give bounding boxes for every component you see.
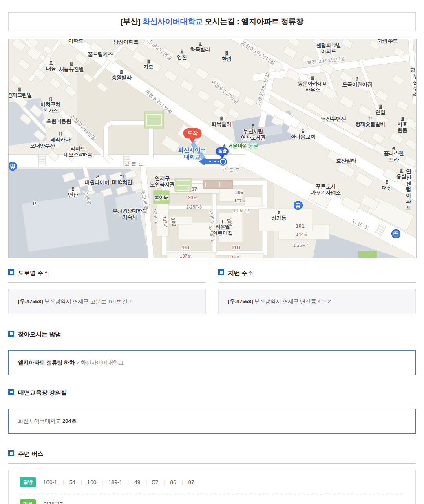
classroom-school-name: 화신사이버대학교: [18, 418, 61, 424]
bld-icon: [310, 76, 315, 80]
map-label-text: 연제그린빌: [8, 92, 32, 98]
bus-stop-icon[interactable]: [8, 162, 17, 171]
classroom-title-text: 대면교육장 강의실: [18, 389, 67, 396]
map-label-text: 연제구 노인복지관: [150, 175, 174, 187]
map-label-text: 과정로237번길: [144, 39, 173, 61]
bus-number: 49: [134, 479, 140, 485]
bld-icon: [71, 187, 75, 191]
map-label-layer: 아파트남산아파트꿈드림키즈대웅새봄뉴젠빌승원빌라자모영진화목빌라한림센텀파크빌 …: [9, 39, 416, 258]
map-label-text: 한림: [222, 56, 232, 62]
bus-separator: |: [81, 480, 82, 485]
map-label: 101: [296, 223, 305, 229]
map-label-text: 대웅: [46, 66, 56, 71]
bus-title: 주변 버스: [8, 450, 416, 464]
map-label: 화목빌라: [190, 42, 210, 53]
map-label: 페리카나: [51, 132, 71, 143]
map-label-text: 남산아파트: [113, 39, 138, 45]
map-label-text: 과정로191번나길: [307, 56, 347, 65]
map-label-text: 리바트 네오스&하움: [64, 146, 92, 158]
directions-section: 찾아오시는 방법 엘지아파트 정류장 하차 > 화신사이버대학교: [8, 331, 416, 375]
jibun-address-value: [우.47558] 부산광역시 연제구 연산동 411-2: [218, 289, 416, 314]
bld-icon: [400, 116, 405, 121]
classroom-value: 화신사이버대학교 204호: [8, 409, 416, 434]
map-label: 연산센텀 아파트: [405, 169, 413, 211]
road-address-value: [우.47558] 부산광역시 연제구 고분로 191번길 1: [8, 289, 206, 314]
map-label-text: 영진: [177, 54, 187, 60]
map-label: 남산두맨션: [321, 116, 346, 122]
map-label: 한마음교회: [290, 129, 315, 140]
map-label: 오대양수산: [30, 143, 55, 149]
map-label-text: 부산 수조: [413, 73, 417, 97]
map-label: 111: [182, 244, 190, 251]
arrival-pin-balloon: 도착: [183, 128, 201, 138]
map-label-text: 토곡어린이집: [342, 82, 372, 87]
arrival-pin[interactable]: 도착: [183, 128, 201, 143]
map-label-text: 80㎡: [188, 195, 197, 200]
bus-type-badge: 일반: [20, 477, 36, 487]
map-label-text: 자모: [144, 64, 153, 70]
bus-title-strong: 버스: [31, 450, 43, 457]
page-title: [부산] 화신사이버대학교 오시는길 : 엘지아파트 정류장: [8, 12, 416, 31]
map-label-text: 한마음교회: [290, 134, 315, 140]
map-label: 한림: [222, 51, 232, 62]
bld-icon: [378, 104, 383, 109]
map-label-text: 페리카나: [51, 137, 71, 142]
map-label: 107: [188, 186, 197, 192]
bus-stop-icon[interactable]: [391, 229, 400, 238]
map-label-text: 과정로191번다길: [240, 40, 276, 66]
map[interactable]: 아파트남산아파트꿈드림키즈대웅새봄뉴젠빌승원빌라자모영진화목빌라한림센텀파크빌 …: [8, 39, 417, 258]
map-label: 상가동: [272, 210, 287, 221]
bus-number: 연제구7: [43, 501, 63, 504]
departure-pin[interactable]: 출발: [216, 147, 229, 159]
road-address-zipcode: [우.47558]: [18, 298, 43, 304]
map-label-text: 106: [234, 189, 243, 195]
fork-icon: [368, 116, 372, 121]
map-label-text: 승원빌라: [112, 75, 132, 80]
bus-separator: |: [181, 480, 183, 485]
church-icon: [300, 129, 305, 133]
map-label: 106: [234, 189, 243, 195]
map-label-text: 화목빌라: [190, 47, 210, 52]
map-label: 고 분 로: [125, 161, 144, 167]
map-label: 144㎡: [296, 232, 308, 237]
map-label: 승원빌라: [112, 70, 132, 81]
map-label-text: 대성: [382, 185, 392, 191]
car-icon: [392, 146, 396, 150]
map-label-text: 1-25F-4: [293, 243, 309, 248]
map-label: 110: [232, 244, 240, 251]
jibun-address-zipcode: [우.47558]: [228, 298, 253, 304]
map-label: 107㎡: [161, 215, 169, 228]
map-label-text: 푸른도시 가꾸기사업소: [311, 184, 340, 195]
bus-list-box: 일반100-1|54|100|189-1|49|57|86|87마을연제구7: [8, 470, 416, 504]
section-bullet-icon: [8, 389, 14, 395]
map-label: 푸른도시 가꾸기사업소: [311, 184, 340, 196]
map-label: 고 분 로: [351, 218, 370, 231]
map-label-text: 효산빌라: [336, 158, 356, 164]
map-label-text: 놀이터: [154, 195, 169, 200]
section-bullet-icon: [8, 450, 14, 456]
map-label-text: 화목빌라: [212, 121, 232, 127]
map-label: 형제숯불갈비: [355, 116, 385, 127]
bus-number: 100: [87, 479, 97, 485]
bld-icon: [17, 87, 22, 92]
map-label: 부산경상대학교 기숙사: [112, 208, 147, 220]
bus-stop-icon[interactable]: [294, 201, 303, 210]
classroom-section: 대면교육장 강의실 화신사이버대학교 204호: [8, 389, 416, 434]
map-label-text: 110: [232, 244, 240, 251]
map-label-text: 109: [170, 217, 178, 227]
map-label-text: 연산센텀 아파트: [406, 169, 411, 211]
map-label: 메차쿠차 돈가스: [41, 97, 61, 114]
departure-pin-balloon: 출발: [216, 147, 229, 155]
map-label: 과정로237번길: [143, 39, 173, 62]
road-address-text: 부산광역시 연제구 고분로 191번길 1: [44, 298, 132, 304]
flag-icon: [251, 124, 255, 128]
kid-icon: [355, 77, 359, 81]
map-label: 1-25F-6: [186, 204, 202, 210]
bld-icon: [385, 180, 389, 184]
classroom-room-number: 204호: [62, 418, 77, 424]
map-label: 센텀파크빌 아파트: [316, 42, 341, 55]
map-label-text: 서호원룸: [398, 121, 407, 133]
bld-icon: [399, 169, 404, 173]
map-label: 톳고개로: [140, 189, 149, 211]
map-label: 향: [410, 67, 415, 73]
